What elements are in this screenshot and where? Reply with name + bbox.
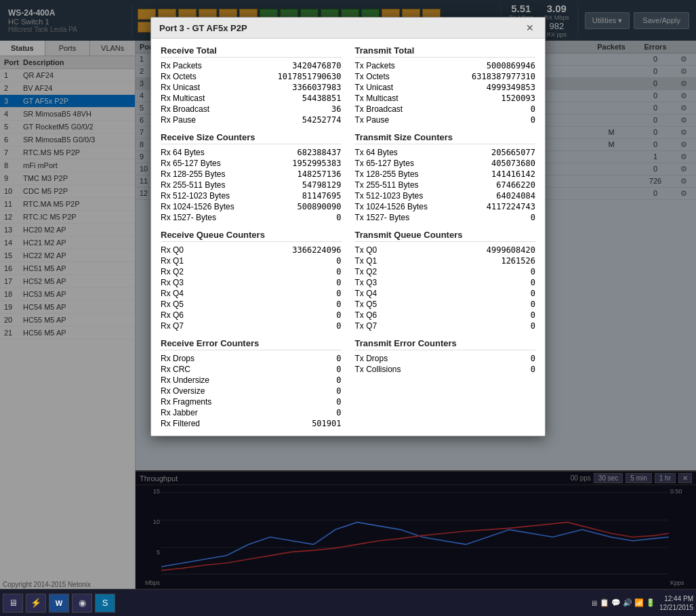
taskbar: 🖥 ⚡ W ◉ S 🖥 📋 💬 🔊 📶 🔋 12:44 PM 12/21/201… <box>0 589 696 616</box>
modal-dialog: Port 3 - GT AF5x P2P ✕ Receive Total Rx … <box>150 17 546 436</box>
modal-overlay: Port 3 - GT AF5x P2P ✕ Receive Total Rx … <box>0 0 696 589</box>
receive-total-section: Receive Total Rx Packets3420476870 Rx Oc… <box>161 45 342 125</box>
modal-body: Receive Total Rx Packets3420476870 Rx Oc… <box>151 39 545 436</box>
receive-error-section: Receive Error Counters Rx Drops0 Rx CRC0… <box>161 338 342 429</box>
rx-unicast-row: Rx Unicast3366037983 <box>161 82 342 93</box>
rx-multicast-row: Rx Multicast54438851 <box>161 93 342 104</box>
system-tray: 🖥 📋 💬 🔊 📶 🔋 <box>590 598 655 607</box>
rx-pause-row: Rx Pause54252774 <box>161 115 342 125</box>
receive-error-title: Receive Error Counters <box>161 338 342 350</box>
transmit-queue-title: Transmit Queue Counters <box>355 230 536 242</box>
tx-unicast-row: Tx Unicast4999349853 <box>355 82 536 93</box>
modal-close-button[interactable]: ✕ <box>523 22 537 33</box>
taskbar-chrome-icon[interactable]: ◉ <box>72 594 92 613</box>
transmit-error-title: Transmit Error Counters <box>355 338 536 350</box>
rx-broadcast-row: Rx Broadcast36 <box>161 104 342 115</box>
transmit-total-title: Transmit Total <box>355 45 536 58</box>
transmit-total-section: Transmit Total Tx Packets5000869946 Tx O… <box>355 45 536 125</box>
rx-octets-row: Rx Octets1017851790630 <box>161 71 342 82</box>
taskbar-word-icon[interactable]: W <box>49 594 69 613</box>
tx-broadcast-row: Tx Broadcast0 <box>355 104 536 115</box>
transmit-queue-section: Transmit Queue Counters Tx Q04999608420 … <box>355 230 536 331</box>
receive-size-section: Receive Size Counters Rx 64 Bytes6823884… <box>161 132 342 223</box>
receive-total-title: Receive Total <box>161 45 342 58</box>
transmit-error-section: Transmit Error Counters Tx Drops0 Tx Col… <box>355 338 536 429</box>
tx-pause-row: Tx Pause0 <box>355 115 536 125</box>
taskbar-skype-icon[interactable]: S <box>95 594 115 613</box>
taskbar-clock: 12:44 PM 12/21/2015 <box>659 594 693 612</box>
modal-header: Port 3 - GT AF5x P2P ✕ <box>151 18 545 39</box>
tx-packets-row: Tx Packets5000869946 <box>355 60 536 71</box>
receive-queue-title: Receive Queue Counters <box>161 230 342 242</box>
modal-title: Port 3 - GT AF5x P2P <box>159 23 247 33</box>
transmit-size-section: Transmit Size Counters Tx 64 Bytes205665… <box>355 132 536 223</box>
tx-octets-row: Tx Octets6318387977310 <box>355 71 536 82</box>
transmit-size-title: Transmit Size Counters <box>355 132 536 144</box>
rx-packets-row: Rx Packets3420476870 <box>161 60 342 71</box>
receive-queue-section: Receive Queue Counters Rx Q03366224096 R… <box>161 230 342 331</box>
tx-multicast-row: Tx Multicast1520093 <box>355 93 536 104</box>
receive-size-title: Receive Size Counters <box>161 132 342 144</box>
taskbar-monitor-icon[interactable]: 🖥 <box>3 594 23 613</box>
taskbar-lightning-icon[interactable]: ⚡ <box>26 594 46 613</box>
